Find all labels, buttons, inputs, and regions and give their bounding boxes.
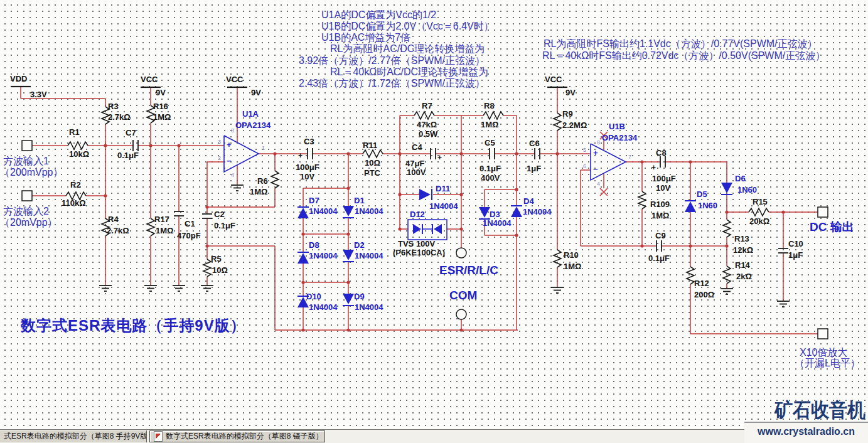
sheet-tab-bar: 式ESR表电路的模拟部分（草图8 手持9V版） 数字式ESR表电路的模拟部分（草… — [0, 429, 868, 443]
application-window: U1A的DC偏置为Vcc的1/2U1B的DC偏置为2.0V（Vcc＝6.4V时）… — [0, 0, 868, 443]
sheet-tab-tweezer[interactable]: 数字式ESR表电路的模拟部分（草图8 镊子版） — [149, 430, 325, 442]
logo-url-text: www.crystalradio.cn — [758, 426, 855, 437]
schematic-drawing — [0, 0, 868, 429]
sheet-tab-handheld-9v[interactable]: 式ESR表电路的模拟部分（草图8 手持9V版） — [0, 430, 147, 442]
schematic-page-icon — [154, 431, 163, 442]
sheet-tab-label: 数字式ESR表电路的模拟部分（草图8 镊子版） — [166, 431, 323, 442]
schematic-canvas[interactable]: U1A的DC偏置为Vcc的1/2U1B的DC偏置为2.0V（Vcc＝6.4V时）… — [0, 0, 868, 429]
sheet-tab-label: 式ESR表电路的模拟部分（草图8 手持9V版） — [4, 431, 147, 442]
logo-url-strip: www.crystalradio.cn — [744, 422, 868, 443]
logo-brand-text: 矿石收音机 — [774, 397, 865, 424]
watermark-logo: 矿石收音机 www.crystalradio.cn — [744, 398, 868, 443]
